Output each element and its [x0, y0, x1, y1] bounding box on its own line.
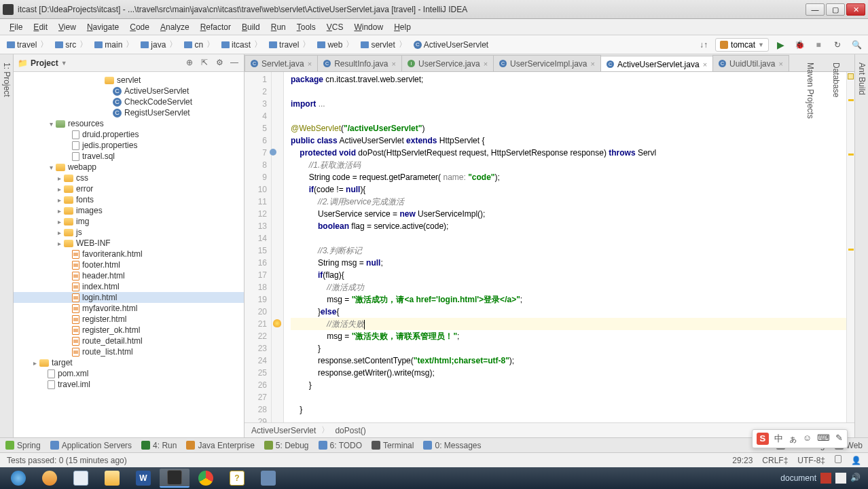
menu-window[interactable]: Window	[348, 20, 388, 34]
start-button[interactable]	[3, 469, 33, 488]
tree-item[interactable]: ▸error	[14, 183, 244, 194]
tree-item[interactable]: route_detail.html	[14, 336, 244, 346]
editor-tab[interactable]: CActiveUserServlet.java×	[600, 56, 713, 72]
tab-close-icon[interactable]: ×	[308, 60, 312, 68]
tree-item[interactable]: footer.html	[14, 259, 244, 270]
code-line[interactable]: }	[291, 342, 846, 355]
search-button[interactable]: 🔍	[849, 37, 864, 52]
tree-item[interactable]: CRegistUserServlet	[14, 107, 244, 118]
menu-tools[interactable]: Tools	[291, 20, 321, 34]
taskbar-help[interactable]: ?	[222, 469, 252, 488]
caret-position[interactable]: 29:23	[732, 456, 753, 465]
tree-item[interactable]: ▾resources	[14, 118, 244, 129]
menu-refactor[interactable]: Refactor	[195, 20, 236, 34]
code-line[interactable]: //3.判断标记	[291, 244, 846, 257]
menu-vcs[interactable]: VCS	[321, 20, 349, 34]
tree-item[interactable]: ▾webapp	[14, 162, 244, 173]
ime-keyboard-icon[interactable]: ⌨	[817, 433, 830, 445]
breadcrumb-item[interactable]: travel〉	[4, 37, 51, 52]
project-tree[interactable]: servletCActiveUserServletCCheckCodeServl…	[14, 72, 244, 437]
tree-item[interactable]: index.html	[14, 281, 244, 292]
tree-item[interactable]: route_list.html	[14, 346, 244, 357]
tray-flag-icon[interactable]	[820, 473, 831, 484]
menu-build[interactable]: Build	[236, 20, 266, 34]
build-button[interactable]: ↓↑	[696, 37, 711, 52]
code-line[interactable]: }	[291, 403, 846, 416]
editor-tab[interactable]: IUserService.java×	[401, 55, 494, 71]
code-line[interactable]: import ...	[291, 98, 846, 110]
ime-toolbar[interactable]: S 中 ぁ ☺ ⌨ ✎	[752, 429, 848, 448]
ime-kana-icon[interactable]: ぁ	[789, 433, 797, 445]
toolwin-button[interactable]: Java Enterprise	[186, 441, 254, 450]
editor-tab[interactable]: CResultInfo.java×	[317, 55, 402, 71]
breadcrumb-item[interactable]: servlet〉	[358, 37, 409, 52]
system-tray[interactable]: document 🔊	[780, 473, 865, 484]
tree-item[interactable]: ▸css	[14, 173, 244, 183]
tree-item[interactable]: travel.sql	[14, 151, 244, 162]
run-button[interactable]: ▶	[773, 37, 788, 52]
breadcrumb-item[interactable]: src〉	[52, 37, 90, 52]
stop-button[interactable]: ■	[811, 37, 826, 52]
code-line[interactable]: public class ActiveUserServlet extends H…	[291, 134, 846, 147]
breadcrumb-item[interactable]: CActiveUserServlet	[411, 39, 491, 51]
code-line[interactable]: package cn.itcast.travel.web.servlet;	[291, 73, 846, 86]
breadcrumb-item[interactable]: web〉	[314, 37, 357, 52]
code-line[interactable]: //激活失败	[291, 318, 846, 330]
tree-item[interactable]: header.html	[14, 270, 244, 281]
code-line[interactable]	[291, 86, 846, 98]
tree-item[interactable]: login.html	[14, 292, 244, 303]
code-line[interactable]: response.setContentType("text/html;chars…	[291, 355, 846, 367]
taskbar-chrome[interactable]	[191, 469, 221, 488]
tab-close-icon[interactable]: ×	[590, 60, 594, 68]
taskbar-notepad[interactable]	[66, 469, 96, 488]
line-separator[interactable]: CRLF‡	[762, 456, 788, 465]
taskbar-intellij[interactable]	[160, 469, 189, 488]
tree-item[interactable]: register.html	[14, 314, 244, 325]
minimize-button[interactable]: —	[806, 3, 825, 16]
tree-item[interactable]: druid.properties	[14, 129, 244, 140]
tree-item[interactable]: myfavorite.html	[14, 303, 244, 314]
readonly-toggle[interactable]	[835, 455, 842, 465]
editor-crumb-item[interactable]: doPost()	[335, 426, 365, 435]
code-line[interactable]: //激活成功	[291, 281, 846, 293]
tree-item[interactable]: register_ok.html	[14, 325, 244, 336]
editor-tab[interactable]: CUuidUtil.java×	[712, 55, 789, 71]
code-line[interactable]	[291, 110, 846, 122]
code-line[interactable]	[291, 232, 846, 244]
menu-view[interactable]: View	[53, 20, 82, 34]
tab-close-icon[interactable]: ×	[484, 60, 488, 68]
update-button[interactable]: ↻	[830, 37, 845, 52]
tree-item[interactable]: CActiveUserServlet	[14, 86, 244, 96]
menu-help[interactable]: Help	[388, 20, 416, 34]
hide-icon[interactable]: —	[229, 58, 240, 69]
maximize-button[interactable]: ▢	[826, 3, 845, 16]
toolwin-button[interactable]: 6: TODO	[319, 441, 363, 450]
tree-item[interactable]: ▸images	[14, 205, 244, 216]
menu-edit[interactable]: Edit	[28, 20, 53, 34]
breadcrumb-item[interactable]: main〉	[92, 37, 137, 52]
breadcrumb-item[interactable]: cn〉	[181, 37, 217, 52]
sidebar-tab[interactable]: Ant Build	[856, 60, 868, 437]
breadcrumb-item[interactable]: java〉	[138, 37, 180, 52]
code-line[interactable]: }else{	[291, 306, 846, 318]
toolwin-button[interactable]: 0: Messages	[423, 441, 481, 450]
editor-tab[interactable]: CUserServiceImpl.java×	[493, 55, 601, 71]
sogou-logo-icon[interactable]: S	[757, 433, 769, 445]
warning-marker[interactable]	[848, 99, 854, 101]
menu-run[interactable]: Run	[266, 20, 291, 34]
code-line[interactable]: }	[291, 379, 846, 391]
code-line[interactable]: protected void doPost(HttpServletRequest…	[291, 147, 846, 159]
code-line[interactable]: msg = "激活成功，请<a href='login.html'>登录</a>…	[291, 293, 846, 306]
sidebar-tab[interactable]: 1: Project	[1, 60, 13, 437]
menu-code[interactable]: Code	[124, 20, 155, 34]
menu-analyze[interactable]: Analyze	[155, 20, 195, 34]
tab-close-icon[interactable]: ×	[703, 60, 707, 69]
tree-item[interactable]: ▸img	[14, 216, 244, 227]
intention-bulb-icon[interactable]	[273, 319, 281, 327]
file-encoding[interactable]: UTF-8‡	[797, 456, 825, 465]
gear-icon[interactable]: ⚙	[214, 58, 225, 69]
code-line[interactable]: if(flag){	[291, 269, 846, 281]
warning-marker[interactable]	[848, 249, 854, 251]
tree-item[interactable]: servlet	[14, 75, 244, 86]
warning-marker[interactable]	[848, 153, 854, 156]
